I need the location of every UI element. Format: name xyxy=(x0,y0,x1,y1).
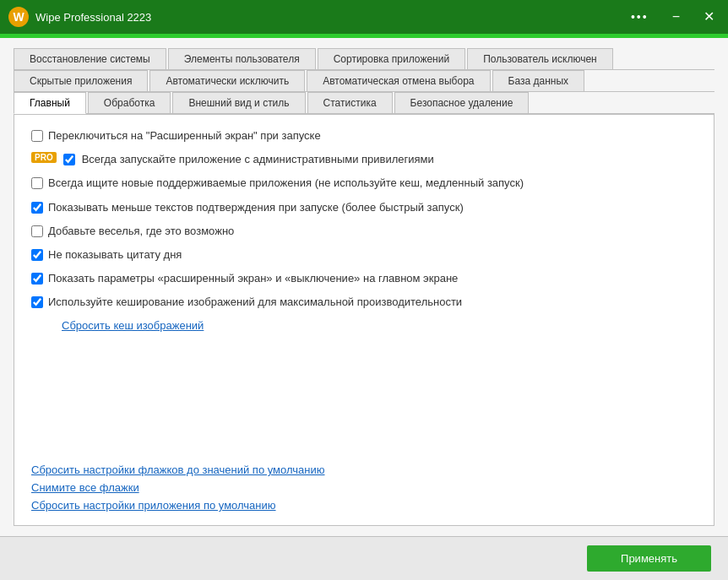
title-bar-right: ••• − ✕ xyxy=(626,7,720,27)
main-content: Восстановление системы Элементы пользова… xyxy=(0,38,728,536)
checkbox-5[interactable] xyxy=(31,225,43,237)
checkbox-item-2: PRO Всегда запускайте приложение с админ… xyxy=(31,152,697,167)
tab-secure-delete[interactable]: Безопасное удаление xyxy=(394,92,530,113)
tab-row-1: Восстановление системы Элементы пользова… xyxy=(14,48,714,70)
checkbox-label-7[interactable]: Показать параметры «расширенный экран» и… xyxy=(48,271,458,286)
clear-cache-link[interactable]: Сбросить кеш изображений xyxy=(62,319,204,332)
tab-system-restore[interactable]: Восстановление системы xyxy=(14,48,166,69)
checkbox-7[interactable] xyxy=(31,273,43,285)
tab-database[interactable]: База данных xyxy=(492,70,584,91)
checkbox-1[interactable] xyxy=(31,130,43,142)
checkbox-4[interactable] xyxy=(31,202,43,214)
tab-row-2: Скрытые приложения Автоматически исключи… xyxy=(14,70,714,92)
checkbox-label-5[interactable]: Добавьте веселья, где это возможно xyxy=(48,224,234,239)
tab-auto-deselect[interactable]: Автоматическая отмена выбора xyxy=(307,70,490,91)
tab-row-3: Главный Обработка Внешний вид и стиль Ст… xyxy=(14,92,714,114)
checkbox-label-1[interactable]: Переключиться на "Расширенный экран" при… xyxy=(48,128,321,144)
tab-appearance[interactable]: Внешний вид и стиль xyxy=(172,92,305,113)
tab-auto-exclude[interactable]: Автоматически исключить xyxy=(149,70,305,91)
tab-user-excluded[interactable]: Пользователь исключен xyxy=(467,48,613,69)
tab-statistics[interactable]: Статистика xyxy=(307,92,393,113)
checkbox-8[interactable] xyxy=(31,296,43,308)
checkbox-6[interactable] xyxy=(31,249,43,261)
pro-badge: PRO xyxy=(31,152,57,163)
checkbox-3[interactable] xyxy=(31,177,43,189)
checkbox-item-4: Показывать меньше текстов подтверждения … xyxy=(31,200,697,215)
tab-main[interactable]: Главный xyxy=(14,92,86,114)
checkbox-label-8[interactable]: Используйте кеширование изображений для … xyxy=(48,295,462,310)
checkbox-item-8: Используйте кеширование изображений для … xyxy=(31,295,697,310)
more-options-button[interactable]: ••• xyxy=(626,8,654,26)
uncheck-all-link[interactable]: Снимите все флажки xyxy=(31,481,697,494)
title-bar: W Wipe Professional 2223 ••• − ✕ xyxy=(0,0,728,34)
checkbox-label-4[interactable]: Показывать меньше текстов подтверждения … xyxy=(48,200,464,215)
title-bar-left: W Wipe Professional 2223 xyxy=(8,7,151,27)
checkbox-item-3: Всегда ищите новые поддерживаемые прилож… xyxy=(31,176,697,191)
apply-button[interactable]: Применять xyxy=(587,545,711,572)
clear-cache-container: Сбросить кеш изображений xyxy=(31,319,697,332)
checkbox-item-7: Показать параметры «расширенный экран» и… xyxy=(31,271,697,286)
reset-links-container: Сбросить настройки флажков до значений п… xyxy=(31,447,697,512)
minimize-button[interactable]: − xyxy=(667,7,685,27)
tab-app-sort[interactable]: Сортировка приложений xyxy=(318,48,465,69)
tab-processing[interactable]: Обработка xyxy=(88,92,171,113)
content-area: Переключиться на "Расширенный экран" при… xyxy=(14,114,714,526)
tab-hidden-apps[interactable]: Скрытые приложения xyxy=(14,70,148,91)
checkbox-item-6: Не показывать цитату дня xyxy=(31,247,697,263)
reset-flags-link[interactable]: Сбросить настройки флажков до значений п… xyxy=(31,463,697,476)
app-icon: W xyxy=(8,7,29,27)
checkbox-item-5: Добавьте веселья, где это возможно xyxy=(31,224,697,239)
reset-app-link[interactable]: Сбросить настройки приложения по умолчан… xyxy=(31,499,697,512)
bottom-bar: Применять xyxy=(0,536,728,580)
close-button[interactable]: ✕ xyxy=(698,7,720,27)
tab-user-elements[interactable]: Элементы пользователя xyxy=(168,48,316,69)
checkbox-label-2[interactable]: Всегда запускайте приложение с администр… xyxy=(82,152,434,167)
checkbox-item-1: Переключиться на "Расширенный экран" при… xyxy=(31,128,697,144)
app-title: Wipe Professional 2223 xyxy=(35,11,151,24)
checkbox-label-3[interactable]: Всегда ищите новые поддерживаемые прилож… xyxy=(48,176,524,191)
checkbox-2[interactable] xyxy=(63,154,75,165)
checkbox-label-6[interactable]: Не показывать цитату дня xyxy=(48,247,182,263)
